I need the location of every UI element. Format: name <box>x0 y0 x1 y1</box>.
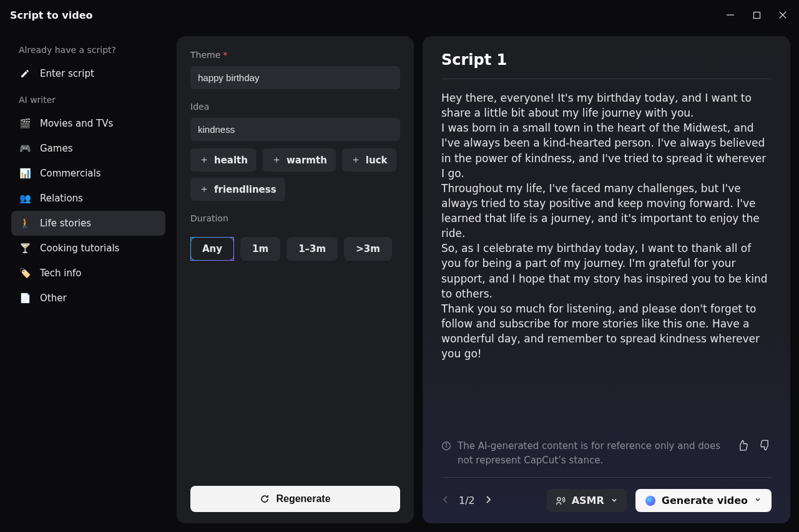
movies-icon: 🎬 <box>19 117 31 130</box>
titlebar: Script to video <box>0 0 799 30</box>
sidebar-item-label: Cooking tutorials <box>40 243 119 254</box>
sidebar-ai-writer-label: AI writer <box>11 90 165 111</box>
sidebar-item-label: Movies and TVs <box>40 118 113 129</box>
sidebar-item-label: Games <box>40 143 72 154</box>
idea-label: Idea <box>190 102 400 112</box>
duration-1m[interactable]: 1m <box>240 237 280 261</box>
duration-options: Any 1m 1–3m >3m <box>190 237 400 261</box>
chevron-down-icon <box>754 496 762 505</box>
svg-rect-1 <box>753 12 760 18</box>
disclaimer-row: The AI-generated content is for referenc… <box>441 432 772 478</box>
life-stories-icon: 🚶 <box>19 217 31 230</box>
sidebar-item-cooking[interactable]: 🍸 Cooking tutorials <box>11 236 165 261</box>
feedback-buttons <box>737 439 772 454</box>
refresh-icon <box>260 494 270 504</box>
relations-icon: 👥 <box>19 192 31 205</box>
theme-label: Theme* <box>190 50 400 60</box>
required-icon: * <box>223 50 227 60</box>
tech-icon: 🏷️ <box>19 267 31 279</box>
suggestion-health[interactable]: ＋health <box>190 148 257 172</box>
sidebar-item-label: Tech info <box>40 268 82 279</box>
voice-select[interactable]: ASMR <box>547 489 627 512</box>
info-icon <box>441 441 451 451</box>
maximize-button[interactable] <box>750 9 763 21</box>
sidebar-item-label: Other <box>40 293 67 304</box>
cooking-icon: 🍸 <box>19 242 31 254</box>
app-body: Already have a script? Enter script AI w… <box>0 30 799 532</box>
pencil-icon <box>19 67 31 80</box>
sidebar: Already have a script? Enter script AI w… <box>9 36 168 523</box>
generate-video-button[interactable]: Generate video <box>635 489 772 512</box>
disclaimer: The AI-generated content is for referenc… <box>441 439 729 467</box>
duration-label: Duration <box>190 213 400 223</box>
sidebar-enter-script-label: Enter script <box>40 68 94 79</box>
games-icon: 🎮 <box>19 142 31 155</box>
sidebar-enter-script[interactable]: Enter script <box>11 61 165 86</box>
script-body[interactable]: Hey there, everyone! It's my birthday to… <box>441 90 772 432</box>
plus-icon: ＋ <box>199 153 209 167</box>
idea-suggestions: ＋health ＋warmth ＋luck ＋friendliness <box>190 148 400 201</box>
prev-script-button[interactable] <box>441 495 450 506</box>
close-button[interactable] <box>777 9 789 21</box>
script-panel: Script 1 Hey there, everyone! It's my bi… <box>423 36 790 523</box>
sidebar-item-games[interactable]: 🎮 Games <box>11 136 165 161</box>
plus-icon: ＋ <box>351 153 361 167</box>
sidebar-item-commercials[interactable]: 📊 Commercials <box>11 161 165 186</box>
suggestion-warmth[interactable]: ＋warmth <box>263 148 336 172</box>
svg-point-6 <box>446 443 446 444</box>
suggestion-friendliness[interactable]: ＋friendliness <box>190 178 285 201</box>
script-pager: 1/2 <box>459 495 475 506</box>
theme-input[interactable] <box>190 66 400 89</box>
thumbs-up-button[interactable] <box>737 439 749 454</box>
idea-input[interactable] <box>190 118 400 141</box>
duration-gt3m[interactable]: >3m <box>344 237 392 261</box>
sidebar-item-other[interactable]: 📄 Other <box>11 286 165 311</box>
sidebar-item-label: Commercials <box>40 168 101 179</box>
sidebar-item-label: Relations <box>40 193 83 204</box>
window-controls <box>724 9 789 21</box>
duration-any[interactable]: Any <box>190 237 234 261</box>
script-footer: 1/2 ASMR Generate video <box>441 478 772 512</box>
svg-point-7 <box>557 497 560 500</box>
sidebar-item-tech[interactable]: 🏷️ Tech info <box>11 261 165 286</box>
chevron-down-icon <box>610 495 618 506</box>
next-script-button[interactable] <box>484 495 493 506</box>
window-title: Script to video <box>10 9 92 21</box>
orb-icon <box>645 496 655 506</box>
regenerate-button[interactable]: Regenerate <box>190 486 400 512</box>
sidebar-prompt: Already have a script? <box>11 40 165 61</box>
thumbs-down-button[interactable] <box>759 439 772 454</box>
plus-icon: ＋ <box>272 153 282 167</box>
duration-1-3m[interactable]: 1–3m <box>287 237 338 261</box>
sidebar-item-movies[interactable]: 🎬 Movies and TVs <box>11 111 165 136</box>
minimize-button[interactable] <box>724 9 737 21</box>
plus-icon: ＋ <box>199 183 209 196</box>
other-icon: 📄 <box>19 292 31 304</box>
voice-icon <box>556 496 566 506</box>
form-panel: Theme* Idea ＋health ＋warmth ＋luck ＋frien… <box>177 36 414 523</box>
sidebar-item-label: Life stories <box>40 218 91 229</box>
commercials-icon: 📊 <box>19 167 31 180</box>
suggestion-luck[interactable]: ＋luck <box>342 148 396 172</box>
script-title: Script 1 <box>441 51 772 79</box>
sidebar-item-life-stories[interactable]: 🚶 Life stories <box>11 211 165 236</box>
sidebar-item-relations[interactable]: 👥 Relations <box>11 186 165 211</box>
